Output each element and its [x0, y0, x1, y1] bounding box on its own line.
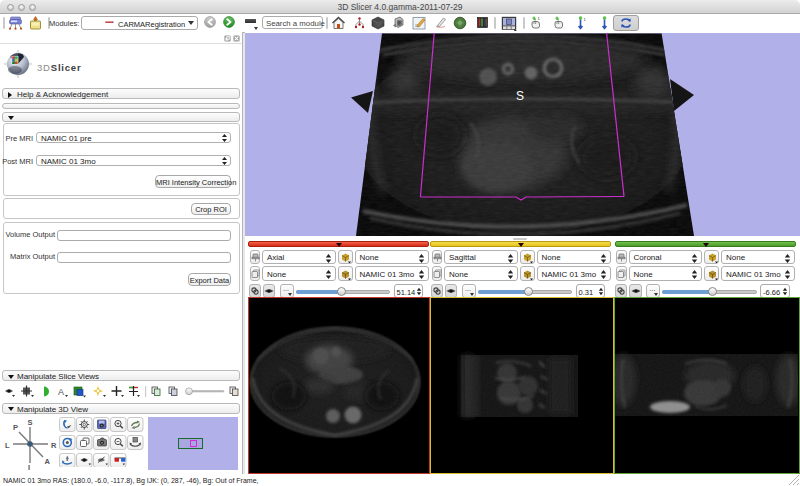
svg-text:A: A	[58, 387, 64, 397]
svg-text:L: L	[5, 441, 10, 450]
svg-text:S: S	[516, 89, 524, 103]
svg-text:S: S	[28, 418, 33, 427]
svg-text:A: A	[45, 457, 51, 466]
svg-text:1: 1	[538, 16, 541, 21]
svg-text:I: I	[28, 463, 30, 471]
svg-text:R: R	[51, 441, 57, 450]
svg-text:P: P	[13, 423, 18, 432]
svg-text:1: 1	[584, 16, 587, 21]
